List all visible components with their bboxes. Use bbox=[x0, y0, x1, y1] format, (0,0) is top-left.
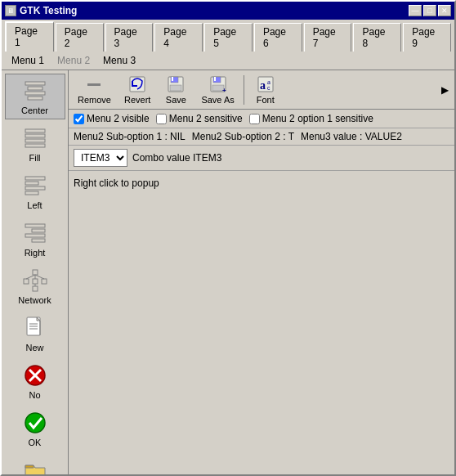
svg-rect-10 bbox=[25, 186, 45, 190]
tab-page1[interactable]: Page 1 bbox=[5, 21, 54, 52]
svg-rect-12 bbox=[25, 224, 45, 227]
ok-icon bbox=[22, 410, 48, 436]
svg-rect-4 bbox=[25, 129, 45, 132]
svg-rect-11 bbox=[25, 191, 38, 195]
menu1[interactable]: Menu 1 bbox=[5, 53, 51, 68]
info-row: Menu2 Sub-option 1 : NIL Menu2 Sub-optio… bbox=[69, 128, 454, 146]
title-bar: 🖥 GTK Testing — □ ✕ bbox=[2, 2, 454, 20]
svg-rect-20 bbox=[33, 286, 38, 291]
sidebar-item-new[interactable]: New bbox=[5, 311, 65, 357]
tab-page4[interactable]: Page 4 bbox=[154, 23, 203, 52]
popup-area[interactable]: Right click to popup bbox=[69, 171, 454, 474]
maximize-button[interactable]: □ bbox=[423, 5, 436, 16]
svg-text:+: + bbox=[222, 87, 226, 94]
no-label: No bbox=[29, 390, 40, 400]
svg-rect-16 bbox=[33, 270, 38, 275]
svg-rect-5 bbox=[25, 134, 45, 137]
sidebar-item-right[interactable]: Right bbox=[5, 216, 65, 262]
content-area: Center Fill bbox=[2, 70, 454, 474]
network-label: Network bbox=[18, 295, 51, 305]
tab-page2[interactable]: Page 2 bbox=[56, 23, 104, 52]
sidebar-item-network[interactable]: Network bbox=[5, 263, 65, 309]
save-label: Save bbox=[166, 95, 186, 105]
revert-button[interactable]: Revert bbox=[118, 72, 156, 107]
menu2-visible-checkbox[interactable] bbox=[74, 114, 84, 124]
saveas-label: Save As bbox=[201, 95, 234, 105]
svg-rect-14 bbox=[25, 234, 45, 237]
center-icon bbox=[22, 78, 48, 104]
left-label: Left bbox=[27, 200, 42, 210]
save-icon bbox=[166, 74, 186, 94]
tab-page7[interactable]: Page 7 bbox=[304, 23, 352, 52]
menu2[interactable]: Menu 2 bbox=[51, 53, 96, 68]
svg-marker-35 bbox=[25, 465, 34, 468]
combo-select[interactable]: ITEM1 ITEM2 ITEM3 bbox=[74, 149, 127, 167]
title-bar-left: 🖥 GTK Testing bbox=[5, 5, 77, 16]
svg-rect-2 bbox=[25, 92, 45, 95]
tab-page3[interactable]: Page 3 bbox=[105, 23, 154, 52]
menu2-visible-group: Menu 2 visible bbox=[74, 113, 150, 124]
sidebar-item-left[interactable]: Left bbox=[5, 168, 65, 214]
toolbar-more-button[interactable]: ▶ bbox=[438, 83, 451, 97]
title-buttons: — □ ✕ bbox=[409, 5, 451, 16]
tab-page8[interactable]: Page 8 bbox=[353, 23, 401, 52]
combo-display-value: Combo value ITEM3 bbox=[132, 152, 221, 164]
svg-rect-19 bbox=[42, 279, 47, 284]
combo-row: ITEM1 ITEM2 ITEM3 Combo value ITEM3 bbox=[69, 146, 454, 171]
svg-rect-7 bbox=[25, 144, 45, 147]
menu2-option1-group: Menu 2 option 1 sensitive bbox=[249, 113, 373, 124]
svg-rect-44 bbox=[214, 77, 216, 81]
close-button[interactable]: ✕ bbox=[438, 5, 451, 16]
toolbar: Remove Revert bbox=[69, 70, 454, 110]
window-icon: 🖥 bbox=[5, 5, 16, 16]
main-window: 🖥 GTK Testing — □ ✕ Page 1 Page 2 Page 3… bbox=[0, 0, 456, 476]
font-icon: a a c bbox=[256, 74, 275, 94]
svg-rect-6 bbox=[25, 139, 45, 142]
svg-text:a: a bbox=[260, 79, 266, 92]
svg-rect-9 bbox=[25, 182, 38, 185]
svg-line-22 bbox=[26, 275, 35, 279]
menu2-option1-checkbox[interactable] bbox=[249, 114, 260, 124]
toolbar-separator bbox=[244, 75, 244, 105]
sidebar: Center Fill bbox=[2, 70, 69, 474]
popup-hint-text: Right click to popup bbox=[74, 177, 159, 189]
open-icon bbox=[22, 457, 48, 474]
right-icon bbox=[22, 220, 48, 246]
sidebar-item-center[interactable]: Center bbox=[5, 74, 65, 119]
new-label: New bbox=[25, 343, 43, 353]
revert-label: Revert bbox=[124, 95, 150, 105]
toolbar-arrow-icon: ▶ bbox=[441, 84, 449, 96]
fill-icon bbox=[22, 125, 48, 151]
sidebar-item-no[interactable]: No bbox=[5, 358, 65, 404]
menu2-sensitive-group: Menu 2 sensitive bbox=[156, 113, 243, 124]
minimize-button[interactable]: — bbox=[409, 5, 422, 16]
main-panel: Remove Revert bbox=[69, 70, 454, 474]
svg-text:c: c bbox=[267, 85, 270, 91]
right-label: Right bbox=[25, 248, 46, 258]
fill-label: Fill bbox=[29, 153, 40, 163]
remove-icon bbox=[84, 74, 104, 94]
tab-page6[interactable]: Page 6 bbox=[254, 23, 302, 52]
svg-rect-36 bbox=[87, 83, 101, 86]
svg-rect-13 bbox=[32, 229, 45, 232]
save-button[interactable]: Save bbox=[158, 72, 194, 107]
svg-rect-41 bbox=[170, 85, 181, 91]
center-label: Center bbox=[21, 106, 48, 115]
remove-button[interactable]: Remove bbox=[72, 72, 117, 107]
font-button[interactable]: a a c Font bbox=[248, 72, 284, 107]
tab-page9[interactable]: Page 9 bbox=[403, 23, 451, 52]
new-icon bbox=[22, 315, 48, 341]
sidebar-item-open[interactable]: Open bbox=[5, 453, 65, 474]
menu2-sensitive-checkbox[interactable] bbox=[156, 114, 167, 124]
tab-page5[interactable]: Page 5 bbox=[204, 23, 253, 52]
menu3-value-text: Menu3 value : VALUE2 bbox=[301, 131, 402, 142]
svg-point-33 bbox=[25, 413, 45, 433]
sidebar-item-fill[interactable]: Fill bbox=[5, 121, 65, 167]
svg-rect-1 bbox=[28, 87, 42, 90]
menubar: Menu 1 Menu 2 Menu 3 bbox=[2, 52, 454, 70]
menu3[interactable]: Menu 3 bbox=[96, 53, 142, 68]
saveas-button[interactable]: + Save As bbox=[195, 72, 239, 107]
ok-label: OK bbox=[29, 438, 42, 447]
revert-icon bbox=[127, 74, 147, 94]
sidebar-item-ok[interactable]: OK bbox=[5, 406, 65, 451]
